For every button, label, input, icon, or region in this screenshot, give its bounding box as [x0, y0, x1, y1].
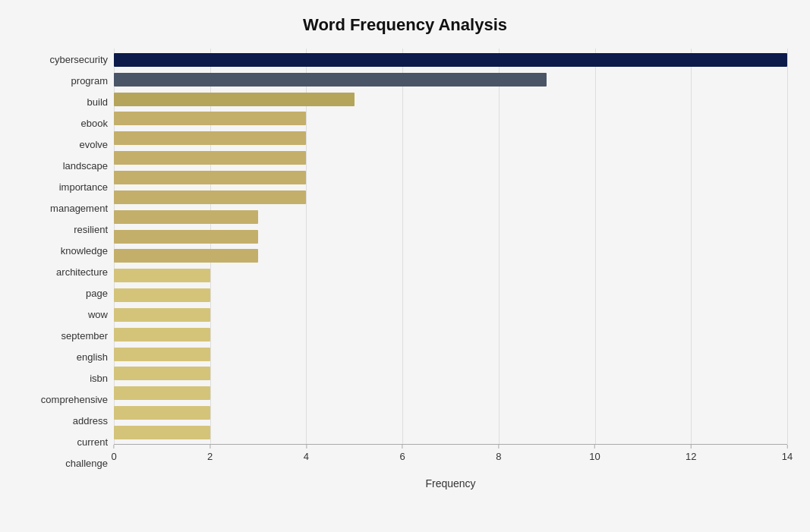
y-label: september: [61, 328, 108, 345]
bar-row: [114, 150, 787, 165]
y-label: challenge: [65, 455, 108, 472]
bar: [114, 308, 210, 322]
bar-row: [114, 170, 787, 185]
bar: [114, 210, 258, 224]
y-label: ebook: [81, 115, 108, 131]
x-tick-label: 0: [111, 451, 116, 462]
bar: [114, 131, 306, 145]
x-tick-label: 14: [782, 451, 793, 462]
x-tick-line: [498, 445, 499, 449]
y-label: wow: [88, 307, 108, 323]
x-tick: 0: [111, 445, 116, 462]
y-label: address: [73, 413, 108, 430]
bars-and-x: Frequency 02468101214: [114, 49, 787, 474]
bar-row: [114, 288, 787, 303]
bar-row: [114, 209, 787, 225]
x-tick-label: 12: [686, 451, 696, 462]
y-labels: cybersecurityprogrambuildebookevolveland…: [23, 49, 114, 474]
bar: [114, 151, 306, 165]
bar-row: [114, 386, 787, 401]
bar: [114, 328, 210, 342]
bar-row: [114, 405, 787, 420]
x-tick-label: 4: [304, 451, 309, 462]
x-tick-line: [113, 445, 114, 449]
bar-row: [114, 366, 787, 381]
bar: [114, 288, 210, 302]
y-label: english: [77, 349, 108, 366]
x-tick: 4: [304, 445, 309, 462]
x-tick-line: [210, 445, 210, 449]
bar: [114, 269, 210, 282]
x-tick-label: 6: [400, 451, 405, 462]
bar-row: [114, 72, 787, 87]
bar: [114, 190, 306, 204]
y-label: build: [87, 93, 108, 110]
chart-area: cybersecurityprogrambuildebookevolveland…: [23, 49, 787, 474]
y-label: management: [50, 200, 108, 216]
y-label: resilient: [74, 221, 108, 238]
y-label: landscape: [63, 157, 108, 174]
y-label: importance: [59, 178, 108, 195]
x-axis: Frequency 02468101214: [114, 444, 787, 474]
y-label: evolve: [79, 136, 108, 153]
bar-row: [114, 425, 787, 440]
x-tick-line: [691, 445, 692, 449]
chart-title: Word Frequency Analysis: [23, 15, 787, 35]
bar: [114, 53, 787, 67]
y-label: architecture: [56, 263, 108, 280]
x-axis-title: Frequency: [114, 477, 787, 490]
bar-row: [114, 327, 787, 342]
y-label: current: [77, 434, 108, 451]
bar-row: [114, 248, 787, 263]
x-tick-line: [402, 445, 403, 449]
y-label: knowledge: [61, 242, 108, 259]
bar-row: [114, 229, 787, 244]
y-label: isbn: [90, 370, 108, 387]
bar: [114, 426, 210, 439]
bar-row: [114, 268, 787, 283]
x-tick-line: [594, 445, 595, 449]
y-label: cybersecurity: [49, 51, 108, 68]
bar-row: [114, 131, 787, 146]
grid-line: [787, 49, 788, 444]
bar: [114, 348, 210, 361]
y-label: comprehensive: [41, 392, 108, 408]
x-tick: 10: [589, 445, 600, 462]
bars-inner: [114, 49, 787, 444]
x-tick-label: 8: [496, 451, 501, 462]
x-tick: 2: [207, 445, 213, 462]
bars-area: [114, 49, 787, 444]
x-tick: 14: [782, 445, 793, 462]
bar: [114, 386, 210, 400]
y-label: page: [86, 285, 108, 302]
bar-row: [114, 111, 787, 126]
bar-row: [114, 92, 787, 107]
bar: [114, 367, 210, 380]
x-tick-line: [787, 445, 788, 449]
x-tick-label: 2: [207, 451, 213, 462]
bar: [114, 406, 210, 420]
bar-row: [114, 307, 787, 323]
bar-row: [114, 190, 787, 205]
bar: [114, 112, 306, 125]
x-tick-line: [306, 445, 307, 449]
bar-row: [114, 347, 787, 362]
chart-container: Word Frequency Analysis cybersecuritypro…: [0, 0, 810, 532]
x-tick: 6: [400, 445, 405, 462]
x-tick-label: 10: [589, 451, 600, 462]
bar: [114, 249, 258, 263]
bar-row: [114, 52, 787, 68]
bar: [114, 73, 547, 87]
x-tick: 8: [496, 445, 501, 462]
bar: [114, 93, 355, 106]
x-tick: 12: [686, 445, 696, 462]
bar: [114, 230, 258, 244]
bar: [114, 171, 306, 184]
y-label: program: [71, 72, 108, 89]
